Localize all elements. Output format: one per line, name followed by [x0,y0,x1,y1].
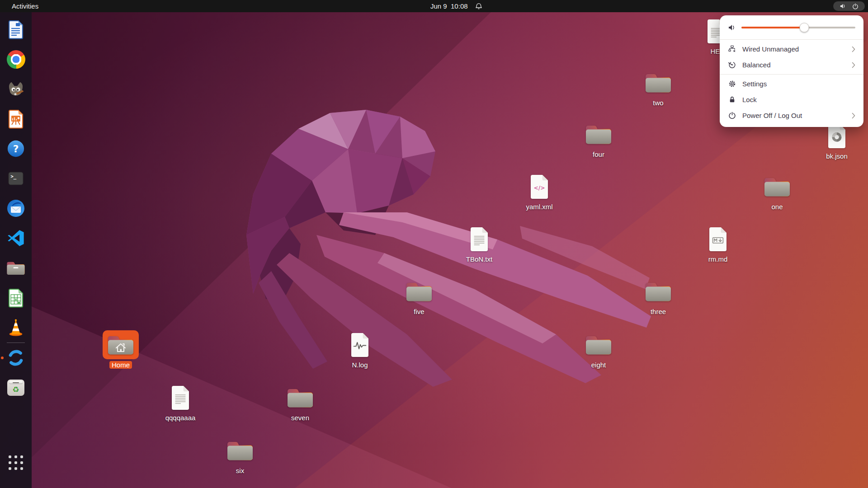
file-label: six [234,467,246,474]
system-menu-list: Wired Unmanaged Balanced Settings [720,41,863,123]
file-icon [456,225,503,253]
dock-item-libreoffice-impress[interactable] [5,108,26,129]
system-status-area[interactable] [833,1,865,11]
desktop-icon-qqqqaaaa[interactable]: qqqqaaaa [157,384,204,422]
volume-row [720,19,863,38]
show-applications-button[interactable] [9,455,23,470]
clock-label: Jun 9 10:08 [430,2,468,10]
file-label: N.log [349,361,370,369]
file-icon [97,331,144,359]
menu-item-label: Balanced [742,61,845,69]
desktop-icon-yaml-xml[interactable]: </> yaml.xml [516,173,563,211]
file-icon [277,384,324,412]
file-icon: </> [516,173,563,201]
menu-item-lock[interactable]: Lock [720,92,863,108]
file-label: four [590,150,607,158]
dock-item-gimp[interactable] [5,79,26,99]
top-bar: Activities Jun 9 10:08 [0,0,868,12]
file-icon [336,331,383,359]
file-icon [635,277,682,305]
dock-divider [7,343,25,343]
file-icon [754,173,801,201]
menu-item-icon [728,45,736,53]
volume-icon [840,3,846,9]
file-label: three [648,308,668,315]
file-label: two [651,99,665,107]
menu-item-label: Settings [742,80,855,88]
file-label: qqqqaaaa [163,414,198,422]
menu-divider [720,39,863,40]
file-label: rm.md [706,255,730,263]
dock-item-files[interactable] [5,258,26,278]
dock-item-trash[interactable]: ♻ [5,377,26,398]
dock-item-terminal[interactable]: >_ [5,168,26,189]
notification-bell-icon [475,3,482,10]
volume-icon [728,24,736,31]
file-icon [396,277,443,305]
desktop-icon-three[interactable]: three [635,277,682,316]
menu-item-icon [728,112,736,119]
clock-button[interactable]: Jun 9 10:08 [430,0,482,12]
dock: ? >_ [0,12,32,488]
dock-item-google-chrome[interactable] [5,49,26,70]
power-icon [852,3,859,9]
file-label: TBoN.txt [464,255,495,263]
menu-item-balanced[interactable]: Balanced [720,57,863,73]
desktop-icon-tbon-txt[interactable]: TBoN.txt [456,225,503,263]
file-icon [217,436,264,465]
file-label: bk.json [824,152,850,160]
file-label: five [411,308,426,315]
system-menu: Wired Unmanaged Balanced Settings [720,15,863,127]
menu-item-settings[interactable]: Settings [720,76,863,92]
menu-item-power-off-log-out[interactable]: Power Off / Log Out [720,108,863,123]
dock-item-libreoffice-calc[interactable] [5,287,26,308]
volume-fill [741,27,804,28]
dock-item-help[interactable]: ? [5,138,26,159]
svg-text:</>: </> [533,185,545,191]
file-label: one [769,203,785,211]
dock-apps: ? >_ [5,19,26,338]
desktop-icon-two[interactable]: two [635,69,682,107]
chevron-right-icon [852,62,855,68]
menu-item-wired-unmanaged[interactable]: Wired Unmanaged [720,41,863,57]
desktop-icon-rm-md[interactable]: rm.md [694,225,741,263]
menu-item-label: Wired Unmanaged [742,45,845,53]
file-icon [575,120,622,148]
file-label: seven [289,414,311,422]
volume-handle[interactable] [799,23,809,33]
menu-item-label: Lock [742,96,855,103]
desktop-icon-four[interactable]: four [575,120,622,159]
menu-item-label: Power Off / Log Out [742,112,845,119]
chevron-right-icon [852,113,855,119]
menu-divider [720,74,863,75]
desktop-icon-eight[interactable]: eight [575,331,622,369]
file-icon [157,384,204,412]
dock-extra: ♻ [5,347,26,398]
menu-item-icon [728,61,736,69]
file-icon [575,331,622,359]
desktop-screen: HE. two [0,0,868,488]
dock-item-thunderbird[interactable] [5,198,26,219]
desktop-icon-one[interactable]: one [754,173,801,211]
dock-item-libreoffice-writer[interactable] [5,19,26,40]
desktop-icon-home[interactable]: Home [97,331,144,369]
file-label: Home [109,361,132,369]
desktop-icon-n-log[interactable]: N.log [336,331,383,369]
file-icon [694,225,741,253]
desktop-icon-six[interactable]: six [217,436,264,475]
desktop-icon-five[interactable]: five [396,277,443,316]
svg-text:?: ? [13,143,19,155]
chevron-right-icon [852,46,855,52]
dock-item-vlc[interactable] [5,317,26,338]
svg-text:>_: >_ [11,174,17,179]
desktop-icon-seven[interactable]: seven [277,384,324,422]
file-label: eight [589,361,609,369]
file-label: yaml.xml [524,203,555,211]
dock-item-software-updater[interactable] [5,347,26,368]
activities-button[interactable]: Activities [8,0,42,12]
desktop-icon-bk-json[interactable]: bk.json [813,122,860,160]
dock-item-vscode[interactable] [5,228,26,249]
volume-slider[interactable] [741,23,855,33]
menu-item-icon [728,80,736,88]
menu-item-icon [728,96,736,103]
